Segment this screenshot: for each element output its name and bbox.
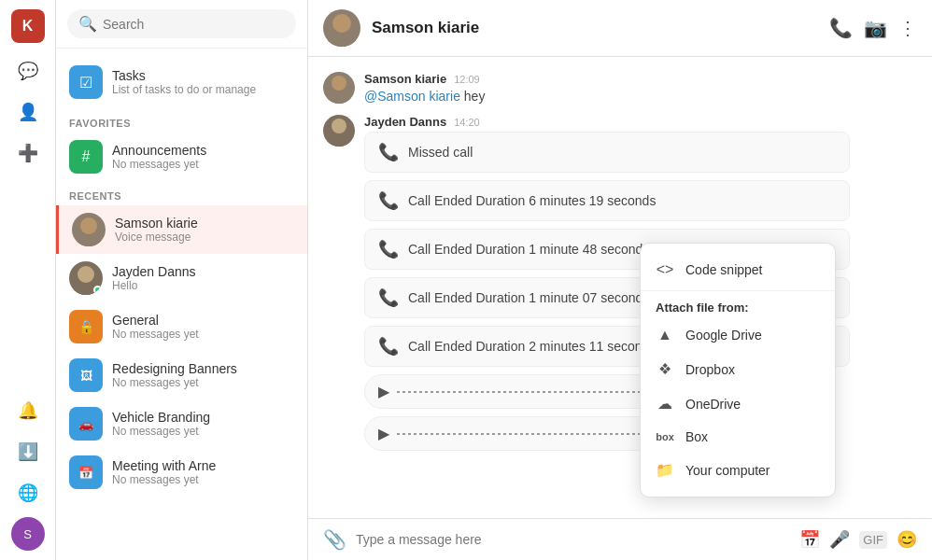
- box-label: Box: [685, 429, 708, 444]
- add-nav-icon[interactable]: ➕: [11, 136, 45, 170]
- download-icon[interactable]: ⬇️: [11, 435, 45, 469]
- dropbox-item[interactable]: ❖ Dropbox: [641, 352, 835, 386]
- sidebar-item-redesigning-banners[interactable]: 🖼 Redesigning Banners No messages yet: [56, 351, 307, 399]
- dropbox-label: Dropbox: [685, 362, 735, 377]
- svg-point-7: [327, 92, 351, 104]
- call-icon-2: 📞: [378, 239, 399, 259]
- vehicle-name: Vehicle Branding: [112, 410, 294, 425]
- message-input[interactable]: [356, 532, 790, 547]
- more-icon[interactable]: ⋮: [898, 17, 917, 39]
- your-computer-item[interactable]: 📁 Your computer: [641, 453, 835, 487]
- call-ended-text-2: Call Ended Duration 1 minute 48 seconds: [408, 242, 649, 257]
- jayden-info: Jayden Danns Hello: [112, 264, 294, 292]
- samson-info: Samson kiarie Voice message: [115, 216, 294, 244]
- chat-header: Samson kiarie 📞 📷 ⋮: [308, 0, 932, 57]
- tasks-icon: ☑: [69, 65, 103, 99]
- sidebar-item-announcements[interactable]: # Announcements No messages yet: [56, 133, 307, 181]
- vehicle-preview: No messages yet: [112, 425, 294, 438]
- missed-call-text: Missed call: [408, 145, 473, 160]
- call-icon-1: 📞: [378, 190, 399, 211]
- sidebar-item-vehicle-branding[interactable]: 🚗 Vehicle Branding No messages yet: [56, 399, 307, 448]
- attach-icon[interactable]: 📎: [323, 528, 346, 551]
- your-computer-label: Your computer: [685, 463, 770, 478]
- call-icon-4: 📞: [378, 336, 399, 357]
- header-icons: 📞 📷 ⋮: [829, 17, 917, 39]
- announcements-info: Announcements No messages yet: [112, 143, 294, 171]
- call-ended-text-1: Call Ended Duration 6 minutes 19 seconds: [408, 193, 656, 208]
- msg-mention: @Samson kiarie: [364, 89, 460, 104]
- sidebar-content: ☑ Tasks List of tasks to do or manage FA…: [56, 49, 307, 560]
- msg-sender: Samson kiarie: [364, 72, 446, 86]
- google-drive-icon: ▲: [656, 327, 674, 343]
- general-preview: No messages yet: [112, 328, 294, 341]
- tasks-title: Tasks: [112, 68, 256, 83]
- vehicle-icon: 🚗: [69, 407, 103, 441]
- onedrive-icon: ☁: [656, 395, 674, 413]
- svg-point-1: [76, 234, 102, 246]
- emoji-icon[interactable]: 😊: [897, 529, 917, 550]
- sidebar-item-general[interactable]: 🔒 General No messages yet: [56, 302, 307, 351]
- globe-icon[interactable]: 🌐: [11, 476, 45, 510]
- meeting-preview: No messages yet: [112, 473, 294, 486]
- samson-name: Samson kiarie: [115, 216, 294, 231]
- messages-area: Samson kiarie 12:09 @Samson kiarie hey J…: [308, 57, 932, 518]
- chat-nav-icon[interactable]: 💬: [11, 54, 45, 88]
- box-item[interactable]: box Box: [641, 421, 835, 453]
- audio-play-icon-2[interactable]: ▶: [378, 425, 389, 442]
- search-wrapper[interactable]: 🔍: [67, 9, 296, 38]
- sidebar: 🔍 ☑ Tasks List of tasks to do or manage …: [56, 0, 308, 560]
- bell-icon[interactable]: 🔔: [11, 394, 45, 427]
- svg-point-8: [332, 119, 346, 133]
- msg-avatar: [323, 72, 355, 104]
- onedrive-item[interactable]: ☁ OneDrive: [641, 386, 835, 421]
- missed-call-bubble: 📞 Missed call: [364, 132, 850, 173]
- input-icons: 📅 🎤 GIF 😊: [799, 529, 917, 550]
- redesigning-preview: No messages yet: [112, 376, 294, 389]
- code-snippet-item[interactable]: <> Code snippet: [641, 253, 835, 287]
- sidebar-item-samson-kiarie[interactable]: Samson kiarie Voice message: [56, 205, 307, 254]
- announcements-icon: #: [69, 140, 103, 174]
- video-icon[interactable]: 📷: [864, 17, 887, 39]
- svg-point-4: [332, 14, 351, 33]
- svg-point-9: [327, 135, 351, 147]
- jayden-avatar: [69, 261, 103, 295]
- search-icon: 🔍: [78, 15, 97, 33]
- user-avatar-icon[interactable]: S: [11, 517, 45, 551]
- contacts-nav-icon[interactable]: 👤: [11, 95, 45, 129]
- icon-bar: K 💬 👤 ➕ 🔔 ⬇️ 🌐 S: [0, 0, 56, 560]
- tasks-subtitle: List of tasks to do or manage: [112, 83, 256, 96]
- sidebar-item-jayden-danns[interactable]: Jayden Danns Hello: [56, 254, 307, 302]
- phone-icon[interactable]: 📞: [829, 17, 853, 39]
- msg-meta: Samson kiarie 12:09: [364, 72, 917, 86]
- popup-divider: [641, 290, 835, 291]
- onedrive-label: OneDrive: [685, 397, 741, 412]
- search-input[interactable]: [103, 17, 285, 32]
- recents-label: RECENTS: [56, 181, 307, 205]
- code-icon: <>: [656, 261, 674, 278]
- msg-text: @Samson kiarie hey: [364, 89, 917, 104]
- dropbox-icon: ❖: [656, 360, 674, 378]
- svg-point-5: [327, 34, 357, 47]
- announcements-name: Announcements: [112, 143, 294, 158]
- gif-icon[interactable]: GIF: [859, 531, 887, 549]
- call-ended-text-3: Call Ended Duration 1 minute 07 seconds: [408, 290, 649, 305]
- jayden-msg-avatar: [323, 115, 355, 147]
- meeting-info: Meeting with Arne No messages yet: [112, 458, 294, 486]
- audio-waveform-1: [397, 391, 660, 393]
- call-icon-3: 📞: [378, 287, 399, 308]
- calendar-icon[interactable]: 📅: [799, 529, 820, 550]
- mic-icon[interactable]: 🎤: [829, 529, 850, 550]
- app-logo[interactable]: K: [11, 9, 45, 43]
- meeting-name: Meeting with Arne: [112, 458, 294, 473]
- message-row: Samson kiarie 12:09 @Samson kiarie hey: [323, 72, 917, 104]
- msg-time: 12:09: [454, 74, 480, 85]
- google-drive-item[interactable]: ▲ Google Drive: [641, 318, 835, 352]
- jayden-name: Jayden Danns: [112, 264, 294, 279]
- tasks-item[interactable]: ☑ Tasks List of tasks to do or manage: [56, 56, 307, 108]
- general-info: General No messages yet: [112, 313, 294, 341]
- popup-menu: <> Code snippet Attach file from: ▲ Goog…: [640, 243, 836, 497]
- audio-waveform-2: [397, 433, 660, 435]
- favorites-label: FAVORITES: [56, 108, 307, 133]
- audio-play-icon-1[interactable]: ▶: [378, 383, 389, 400]
- sidebar-item-meeting-arne[interactable]: 📅 Meeting with Arne No messages yet: [56, 448, 307, 497]
